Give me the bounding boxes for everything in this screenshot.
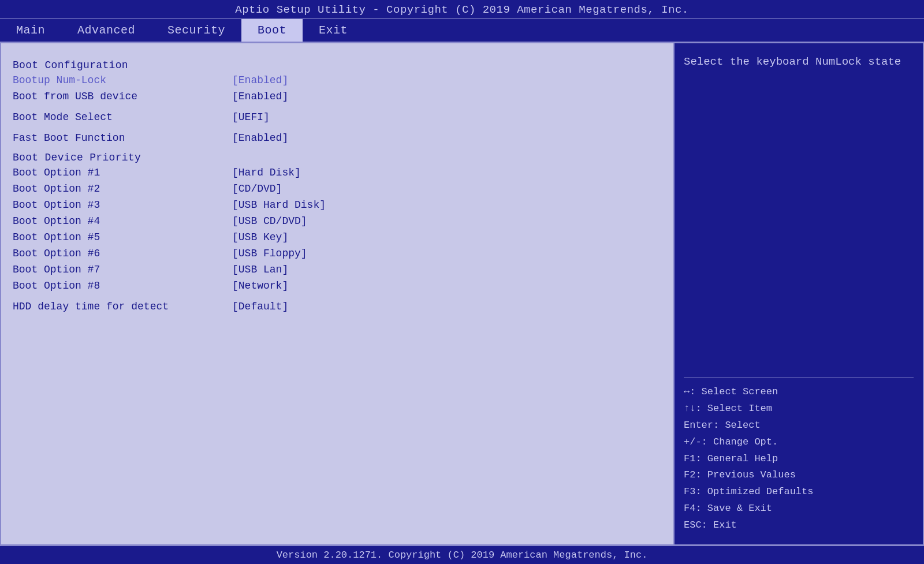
section-header: Boot Device Priority [13,152,662,163]
left-panel: Boot ConfigurationBootup Num-Lock[Enable… [1,43,675,544]
settings-value: [USB Key] [232,231,288,243]
settings-row: Boot Option #7[USB Lan] [13,263,662,277]
title-bar: Aptio Setup Utility - Copyright (C) 2019… [0,0,924,18]
settings-value: [Hard Disk] [232,167,301,178]
settings-value: [Network] [232,280,288,292]
settings-row: Boot Option #8[Network] [13,279,662,293]
settings-row: Boot Option #1[Hard Disk] [13,166,662,180]
main-content: Boot ConfigurationBootup Num-Lock[Enable… [0,42,924,546]
settings-label: Boot Option #7 [13,264,232,275]
settings-row[interactable]: Bootup Num-Lock[Enabled] [13,73,662,87]
footer-text: Version 2.20.1271. Copyright (C) 2019 Am… [277,550,648,561]
settings-value: [USB CD/DVD] [232,215,307,227]
settings-row: Boot Option #5[USB Key] [13,230,662,244]
settings-value: [USB Floppy] [232,248,307,259]
settings-row: Boot Option #4[USB CD/DVD] [13,214,662,228]
settings-value: [USB Lan] [232,264,288,275]
nav-item-exit[interactable]: Exit [303,19,364,42]
nav-item-advanced[interactable]: Advanced [61,19,151,42]
settings-label: Bootup Num-Lock [13,74,232,86]
key-help-item: F1: General Help [684,451,914,468]
settings-row: Boot Option #6[USB Floppy] [13,246,662,260]
settings-value: [Default] [232,301,288,312]
settings-row: Fast Boot Function[Enabled] [13,131,662,145]
key-help-item: Enter: Select [684,417,914,434]
settings-value: [USB Hard Disk] [232,199,326,211]
right-panel: Select the keyboard NumLock state ↔: Sel… [675,43,923,544]
settings-label: Boot Option #3 [13,199,232,211]
help-divider [684,378,914,378]
nav-item-boot[interactable]: Boot [241,19,303,42]
settings-label: Boot Mode Select [13,111,232,123]
settings-label: Boot Option #6 [13,248,232,259]
settings-row: Boot Option #3[USB Hard Disk] [13,198,662,212]
key-help: ↔: Select Screen↑↓: Select ItemEnter: Se… [684,384,914,534]
section-header: Boot Configuration [13,59,662,71]
settings-value: [CD/DVD] [232,183,282,195]
settings-label: Boot Option #8 [13,280,232,292]
key-help-item: ↑↓: Select Item [684,401,914,417]
settings-label: Boot Option #1 [13,167,232,178]
key-help-item: F3: Optimized Defaults [684,484,914,500]
title-text: Aptio Setup Utility - Copyright (C) 2019… [235,3,689,16]
nav-bar: MainAdvancedSecurityBootExit [0,18,924,42]
settings-value: [Enabled] [232,91,288,102]
settings-row: HDD delay time for detect[Default] [13,300,662,313]
settings-label: Boot Option #4 [13,215,232,227]
settings-label: Boot Option #5 [13,231,232,243]
settings-label: Boot Option #2 [13,183,232,195]
settings-value: [Enabled] [232,74,288,86]
settings-value: [Enabled] [232,132,288,144]
settings-label: Fast Boot Function [13,132,232,144]
bios-setup-app: Aptio Setup Utility - Copyright (C) 2019… [0,0,924,564]
key-help-item: F4: Save & Exit [684,500,914,517]
settings-row: Boot Mode Select[UEFI] [13,110,662,124]
key-help-item: ESC: Exit [684,517,914,534]
nav-item-security[interactable]: Security [151,19,241,42]
settings-label: HDD delay time for detect [13,301,232,312]
settings-value: [UEFI] [232,111,270,123]
key-help-item: F2: Previous Values [684,467,914,484]
help-text: Select the keyboard NumLock state [684,54,914,372]
nav-item-main[interactable]: Main [0,19,61,42]
settings-label: Boot from USB device [13,91,232,102]
key-help-item: ↔: Select Screen [684,384,914,401]
settings-row: Boot Option #2[CD/DVD] [13,182,662,196]
key-help-item: +/-: Change Opt. [684,434,914,451]
footer: Version 2.20.1271. Copyright (C) 2019 Am… [0,546,924,564]
settings-row: Boot from USB device[Enabled] [13,89,662,103]
